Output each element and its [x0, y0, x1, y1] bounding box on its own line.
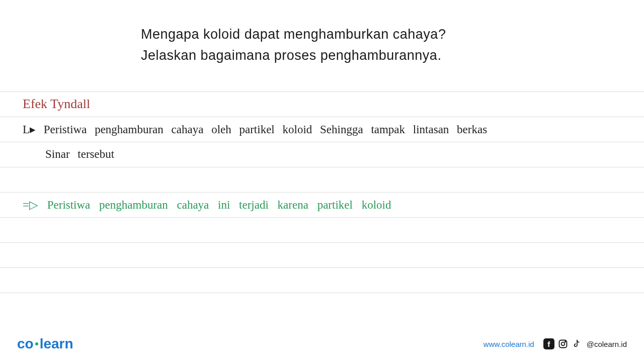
paper-row-def2: Sinar tersebut — [0, 142, 644, 167]
definition-line-1: L▸ Peristiwa penghamburan cahaya oleh pa… — [23, 123, 487, 136]
logo-learn-text: learn — [40, 336, 73, 352]
definition-line-2: Sinar tersebut — [23, 148, 114, 161]
svg-point-2 — [565, 341, 566, 342]
paper-row-expl: =▷ Peristiwa penghamburan cahaya ini ter… — [0, 193, 644, 218]
brand-logo: co learn — [17, 336, 73, 352]
question-line-2: Jelaskan bagaimana proses penghamburanny… — [141, 45, 503, 66]
tiktok-icon — [572, 338, 583, 349]
facebook-icon: f — [543, 338, 554, 349]
paper-row-title: Efek Tyndall — [0, 92, 644, 117]
paper-row-empty1 — [0, 167, 644, 193]
logo-dot-icon — [35, 342, 38, 345]
paper-row-empty2 — [0, 218, 644, 243]
website-url: www.colearn.id — [484, 340, 534, 348]
paper-row-empty3 — [0, 243, 644, 268]
svg-point-1 — [561, 342, 565, 346]
paper-row-def1: L▸ Peristiwa penghamburan cahaya oleh pa… — [0, 117, 644, 142]
instagram-icon — [557, 338, 569, 349]
social-icons: f @colearn.id — [543, 338, 627, 349]
footer: co learn www.colearn.id f @colearn.id — [0, 336, 644, 352]
question-block: Mengapa koloid dapat menghamburkan cahay… — [0, 0, 644, 81]
social-handle: @colearn.id — [587, 340, 627, 348]
question-line-1: Mengapa koloid dapat menghamburkan cahay… — [141, 24, 503, 45]
notes-title: Efek Tyndall — [23, 97, 90, 112]
explanation-line-1: =▷ Peristiwa penghamburan cahaya ini ter… — [23, 198, 391, 212]
lined-paper: Efek Tyndall L▸ Peristiwa penghamburan c… — [0, 92, 644, 293]
logo-co-text: co — [17, 336, 34, 352]
footer-right: www.colearn.id f @colearn.id — [484, 338, 627, 349]
paper-row-empty4 — [0, 268, 644, 293]
